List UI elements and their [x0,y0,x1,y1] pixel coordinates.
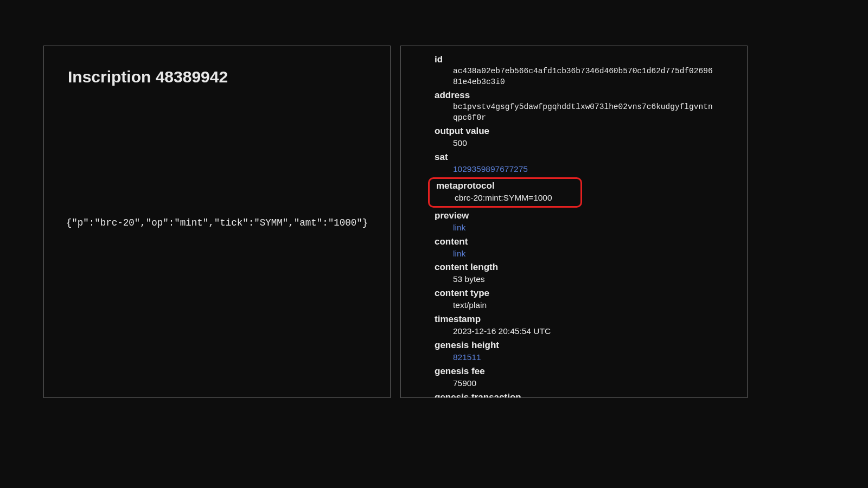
field-genesis-fee: genesis fee 75900 [435,365,714,389]
field-content-value-link[interactable]: link [435,248,714,260]
field-content: content link [435,236,714,260]
field-genesis-height-value-link[interactable]: 821511 [435,352,714,363]
field-output-value-label: output value [435,125,714,138]
field-preview-value-link[interactable]: link [435,222,714,234]
field-content-type-label: content type [435,287,714,300]
field-content-length: content length 53 bytes [435,261,714,285]
field-sat-label: sat [435,151,714,164]
field-id-value: ac438a02eb7eb566c4afd1cb36b7346d460b570c… [435,66,714,87]
field-timestamp-label: timestamp [435,313,714,326]
field-sat: sat 1029359897677275 [435,151,714,175]
field-address: address bc1pvstv4gsgfy5dawfpgqhddtlxw073… [435,89,714,123]
field-id-label: id [435,54,714,66]
field-genesis-transaction-label: genesis transaction [435,391,714,398]
field-id: id ac438a02eb7eb566c4afd1cb36b7346d460b5… [435,54,714,87]
field-metaprotocol-label: metaprotocol [434,180,576,192]
field-timestamp: timestamp 2023-12-16 20:45:54 UTC [435,313,714,337]
field-sat-value-link[interactable]: 1029359897677275 [435,164,714,175]
field-preview: preview link [435,210,714,234]
inscription-json-content: {"p":"brc-20","op":"mint","tick":"SYMM",… [68,70,366,376]
field-genesis-fee-label: genesis fee [435,365,714,378]
field-content-label: content [435,236,714,248]
field-preview-label: preview [435,210,714,222]
field-content-length-value: 53 bytes [435,274,714,285]
field-genesis-height: genesis height 821511 [435,339,714,363]
field-content-length-label: content length [435,261,714,274]
field-genesis-fee-value: 75900 [435,378,714,389]
field-metaprotocol-value: cbrc-20:mint:SYMM=1000 [434,192,576,204]
field-timestamp-value: 2023-12-16 20:45:54 UTC [435,326,714,337]
inscription-panel: Inscription 48389942 {"p":"brc-20","op":… [43,46,391,398]
field-address-label: address [435,89,714,102]
details-panel: id ac438a02eb7eb566c4afd1cb36b7346d460b5… [400,46,748,398]
field-genesis-height-label: genesis height [435,339,714,352]
field-address-value: bc1pvstv4gsgfy5dawfpgqhddtlxw073lhe02vns… [435,102,714,123]
field-output-value-value: 500 [435,138,714,149]
field-metaprotocol-highlighted: metaprotocol cbrc-20:mint:SYMM=1000 [428,177,582,208]
field-genesis-transaction: genesis transaction ac438a02eb7eb566c4af… [435,391,714,398]
field-content-type-value: text/plain [435,300,714,311]
field-output-value: output value 500 [435,125,714,149]
field-content-type: content type text/plain [435,287,714,311]
